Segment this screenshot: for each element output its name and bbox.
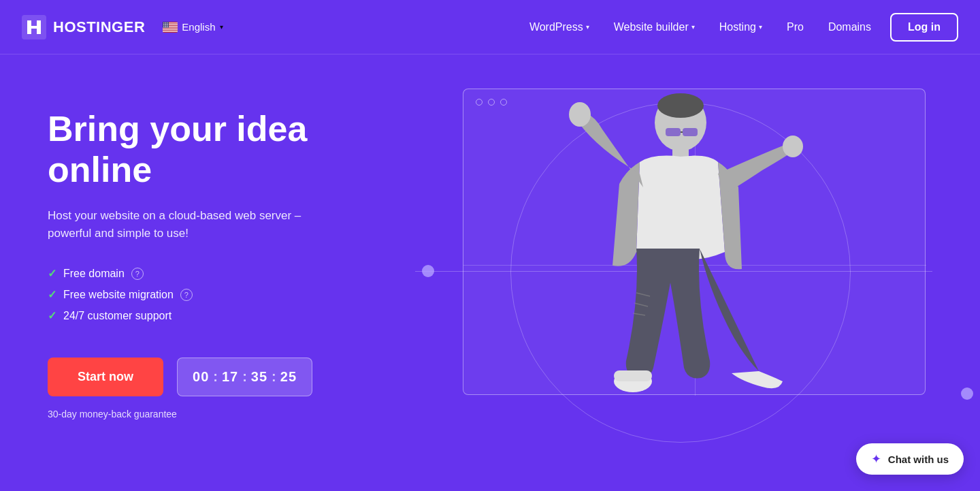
header: HOSTINGER [0,0,980,54]
svg-point-21 [165,25,166,25]
svg-point-15 [165,23,165,24]
feature-label: Free domain [63,268,125,280]
hero-title: Bring your idea online [48,109,402,191]
cta-row: Start now 00 : 17 : 35 : 25 [48,358,402,396]
svg-point-10 [165,22,165,23]
chevron-down-icon: ▾ [586,23,589,31]
svg-point-14 [163,23,164,24]
person-svg [531,68,803,449]
svg-rect-36 [683,128,698,136]
geo-dot-left [422,265,434,277]
svg-rect-35 [666,128,681,136]
timer-centiseconds: 25 [280,369,297,385]
language-chevron-icon: ▾ [220,23,223,31]
nav-item-wordpress[interactable]: WordPress ▾ [520,16,599,39]
svg-point-20 [165,25,165,25]
person-illustration [524,61,810,456]
svg-point-11 [165,22,166,23]
svg-point-9 [163,22,164,23]
hero-subtitle: Host your website on a cloud-based web s… [48,207,402,243]
svg-point-17 [167,23,167,24]
nav-item-hosting[interactable]: Hosting ▾ [710,16,772,39]
logo-icon [22,15,46,39]
svg-point-24 [163,25,164,26]
hero-content: Bring your idea online Host your website… [48,109,402,419]
timer-minutes: 17 [222,369,238,385]
browser-dot-1 [476,99,483,106]
timer-colon-1: : [213,369,218,385]
svg-point-32 [167,27,167,27]
svg-point-31 [165,27,166,27]
header-left: HOSTINGER [22,15,229,39]
language-label: English [182,21,215,33]
money-back-text: 30-day money-back guarantee [48,409,402,419]
login-button[interactable]: Log in [890,13,958,42]
svg-point-30 [165,27,165,27]
hero-section: Bring your idea online Host your website… [0,54,980,491]
svg-rect-6 [163,29,178,30]
info-icon-migration[interactable]: ? [180,289,193,301]
svg-rect-5 [163,27,178,28]
feature-item-support: ✓ 24/7 customer support [48,309,402,322]
feature-label: Free website migration [63,289,174,301]
logo[interactable]: HOSTINGER [22,15,145,39]
hero-illustration [429,68,960,477]
feature-item-migration: ✓ Free website migration ? [48,288,402,301]
info-icon-domain[interactable]: ? [131,268,144,280]
sparkle-icon: ✦ [871,452,881,466]
svg-point-18 [167,23,168,24]
svg-point-28 [167,25,168,26]
svg-point-19 [163,25,164,25]
svg-point-23 [167,25,168,25]
svg-point-25 [165,25,165,26]
check-icon: ✓ [48,288,56,301]
geo-dot-right [961,387,973,400]
svg-rect-46 [614,370,652,381]
logo-text: HOSTINGER [53,18,145,36]
svg-point-41 [783,136,803,157]
timer-seconds: 35 [251,369,267,385]
timer-colon-3: : [272,369,276,385]
svg-point-22 [167,25,167,25]
check-icon: ✓ [48,267,56,280]
check-icon: ✓ [48,309,56,322]
timer-colon-2: : [242,369,247,385]
svg-point-40 [569,102,591,127]
chevron-down-icon: ▾ [759,23,762,31]
chevron-down-icon: ▾ [691,23,695,31]
language-selector[interactable]: English ▾ [157,18,228,35]
chat-widget-label: Chat with us [888,454,949,465]
svg-point-13 [167,22,168,23]
feature-item-domain: ✓ Free domain ? [48,267,402,280]
flag-icon [163,22,178,33]
svg-rect-7 [163,31,178,31]
svg-point-38 [657,93,704,118]
svg-point-29 [163,27,164,27]
browser-dots [476,99,507,106]
svg-point-26 [165,25,166,26]
svg-point-33 [167,27,168,27]
features-list: ✓ Free domain ? ✓ Free website migration… [48,267,402,322]
timer-hours: 00 [193,369,209,385]
browser-dot-2 [488,99,495,106]
svg-point-12 [167,22,167,23]
feature-label: 24/7 customer support [63,310,172,322]
chat-widget[interactable]: ✦ Chat with us [856,443,964,475]
nav-item-pro[interactable]: Pro [777,16,813,39]
svg-point-16 [165,23,166,24]
nav-item-website-builder[interactable]: Website builder ▾ [604,16,704,39]
svg-point-27 [167,25,167,26]
main-nav: WordPress ▾ Website builder ▾ Hosting ▾ … [520,13,958,42]
browser-dot-3 [500,99,507,106]
countdown-timer: 00 : 17 : 35 : 25 [177,358,312,396]
start-now-button[interactable]: Start now [48,358,163,396]
nav-item-domains[interactable]: Domains [819,16,881,39]
